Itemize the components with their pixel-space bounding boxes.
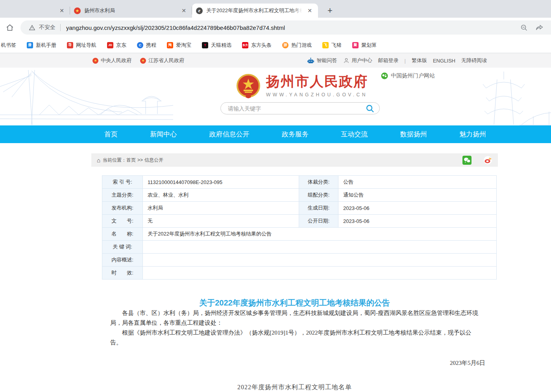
robot-icon: [307, 57, 314, 64]
meta-value: 2023-05-06: [338, 215, 497, 228]
share-icon[interactable]: [535, 23, 544, 32]
mail-login-link[interactable]: 邮箱登录: [378, 57, 399, 64]
bookmark-juhuasuan[interactable]: 聚 聚划算: [352, 42, 377, 49]
user-icon: [343, 57, 349, 64]
table-row: 名 称: 关于2022年度扬州市水利工程文明工地考核结果的公告: [102, 228, 497, 241]
divider: [60, 24, 61, 31]
site-search: [220, 102, 380, 114]
bookmark-phone-marks[interactable]: 机书签: [1, 42, 16, 49]
bookmark-icon: C: [137, 42, 143, 48]
bookmark-ctrip[interactable]: C 携程: [137, 42, 156, 49]
meta-value: 无: [143, 215, 299, 228]
meta-value: [143, 267, 497, 280]
meta-value: 11321000014407098E-2023-095: [143, 176, 299, 189]
bookmark-nav-site[interactable]: 导 网址导航: [67, 42, 96, 49]
bookmark-jd[interactable]: JD 京东: [107, 42, 126, 49]
meta-label: 文 号:: [102, 215, 143, 228]
url-field[interactable]: 不安全 yangzhou.gov.cn/yzszxxgk/slj/202305/…: [20, 20, 551, 35]
meta-value: 2023-05-06: [338, 202, 497, 215]
close-tab-icon[interactable]: ✕: [179, 7, 188, 15]
wechat-globe-icon: [381, 72, 388, 79]
main-navigation: 首页 新闻中心 政府信息公开 政务服务 互动交流 数据扬州 魅力扬州: [0, 125, 551, 143]
bookmark-icon: 东方: [242, 42, 248, 48]
english-link[interactable]: ENGLISH: [433, 58, 455, 64]
bookmark-manual[interactable]: 册 新机手册: [27, 42, 56, 49]
bookmark-icon: JD: [107, 42, 113, 48]
wechat-share-icon[interactable]: [462, 156, 471, 165]
bookmark-eastday[interactable]: 东方 东方头条: [242, 42, 272, 49]
tab-active-announcement[interactable]: e 关于2022年度扬州市水利工程文明工地考核结果的公告 ✕: [192, 4, 318, 18]
meta-label: 时 效:: [102, 267, 143, 280]
bookmark-games[interactable]: 游 热门游戏: [282, 42, 312, 49]
article-date: 2023年5月6日: [91, 359, 485, 367]
search-icon[interactable]: [365, 104, 375, 113]
tab-title: 扬州市水利局: [84, 7, 176, 14]
divider: |: [405, 58, 406, 64]
article-paragraph: 根据《扬州市水利工程文明工地建设管理办法》（扬水规[2019]1号），2022年…: [110, 328, 479, 348]
accessibility-link[interactable]: 无障碍阅读: [461, 57, 487, 64]
nav-charm-yangzhou[interactable]: 魅力扬州: [459, 130, 486, 139]
meta-label: 关 键 词:: [102, 241, 143, 254]
nav-gov-info-disclosure[interactable]: 政府信息公开: [209, 130, 250, 139]
nav-gov-services[interactable]: 政务服务: [282, 130, 309, 139]
weibo-share-icon[interactable]: [483, 156, 492, 165]
search-input[interactable]: [228, 105, 365, 112]
table-row: 内容概述:: [102, 254, 497, 267]
not-secure-warning-icon[interactable]: [28, 23, 36, 32]
url-text: yangzhou.gov.cn/yzszxxgk/slj/202305/210c…: [66, 24, 515, 31]
webpage: ★ 中央人民政府 ★ 江苏省人民政府: [0, 53, 551, 392]
user-center-link[interactable]: 用户中心: [343, 57, 372, 64]
site-url-label: WWW.YANGZHOU.GOV.CN: [266, 92, 368, 98]
meta-value: 公告: [338, 176, 497, 189]
bookmark-fliggy[interactable]: 飞 飞猪: [322, 42, 342, 49]
nav-interaction[interactable]: 互动交流: [341, 130, 368, 139]
traditional-chinese-link[interactable]: 繁体版: [412, 57, 427, 64]
pagoda-line-art: [447, 68, 551, 125]
tab-shuiliju[interactable]: ★ 扬州市水利局 ✕: [70, 4, 192, 18]
nav-data-yangzhou[interactable]: 数据扬州: [400, 130, 427, 139]
table-row: 发布机构: 水利局 生成日期: 2023-05-06: [102, 202, 497, 215]
browser-chrome: ✕ ★ 扬州市水利局 ✕ e 关于2022年度扬州市水利工程文明工地考核结果的公…: [0, 0, 551, 53]
tab-cutoff[interactable]: ✕: [0, 4, 70, 18]
gov-top-bar: ★ 中央人民政府 ★ 江苏省人民政府: [0, 53, 551, 68]
bridge-line-art: [0, 68, 173, 125]
bookmark-taobao[interactable]: 淘 爱淘宝: [167, 42, 191, 49]
link-central-government[interactable]: ★ 中央人民政府: [92, 57, 131, 64]
table-row: 时 效:: [102, 267, 497, 280]
zoom-out-icon[interactable]: [520, 23, 528, 32]
bookmark-icon: 册: [27, 42, 33, 48]
breadcrumb-home-link[interactable]: 首页: [126, 157, 136, 164]
bookmark-tmall[interactable]: T 天猫精选: [202, 42, 231, 49]
national-emblem-icon: ★: [92, 58, 98, 64]
meta-value: 通知公告: [338, 189, 497, 202]
national-emblem-logo: [236, 74, 261, 99]
site-favicon: e: [196, 7, 203, 14]
bookmark-icon: 飞: [322, 42, 329, 48]
bookmark-icon: 淘: [167, 42, 173, 48]
nav-news-center[interactable]: 新闻中心: [150, 130, 177, 139]
close-tab-icon[interactable]: ✕: [305, 7, 314, 15]
table-row: 关 键 词:: [102, 241, 497, 254]
home-icon[interactable]: [6, 23, 14, 32]
bookmark-icon: 聚: [352, 42, 359, 48]
bookmark-icon: T: [202, 42, 208, 48]
smart-qa-link[interactable]: 智能问答: [307, 57, 337, 64]
close-tab-icon[interactable]: ✕: [57, 7, 66, 15]
meta-label: 内容概述:: [102, 254, 143, 267]
portal-label[interactable]: 中国扬州门户网站: [381, 72, 435, 79]
bookmark-icon: 导: [67, 42, 73, 48]
link-jiangsu-government[interactable]: ★ 江苏省人民政府: [140, 57, 184, 64]
nav-home[interactable]: 首页: [104, 130, 118, 139]
meta-label: 组配分类:: [299, 189, 338, 202]
meta-value: 农业、林业、水利: [143, 189, 299, 202]
content-area: ⌂ 当前位置： 首页 >> 信息公开: [91, 143, 498, 392]
national-emblem-favicon: ★: [74, 7, 81, 14]
breadcrumb-current-link[interactable]: 信息公开: [144, 157, 163, 164]
article-body: 各县（市、区）水利（务）局，扬州经济开发区城乡事务管理局，生态科技新城规划建设局…: [91, 308, 498, 348]
tab-strip: ✕ ★ 扬州市水利局 ✕ e 关于2022年度扬州市水利工程文明工地考核结果的公…: [0, 0, 551, 18]
table-row: 主题分类: 农业、林业、水利 组配分类: 通知公告: [102, 189, 497, 202]
new-tab-button[interactable]: +: [324, 6, 336, 16]
bookmarks-bar: 机书签 册 新机手册 导 网址导航 JD 京东 C 携程 淘 爱淘宝 T 天猫精…: [0, 37, 551, 53]
site-name: 扬州市人民政府: [266, 74, 368, 89]
site-banner: 扬州市人民政府 WWW.YANGZHOU.GOV.CN 中国扬州门户网站: [0, 68, 551, 125]
